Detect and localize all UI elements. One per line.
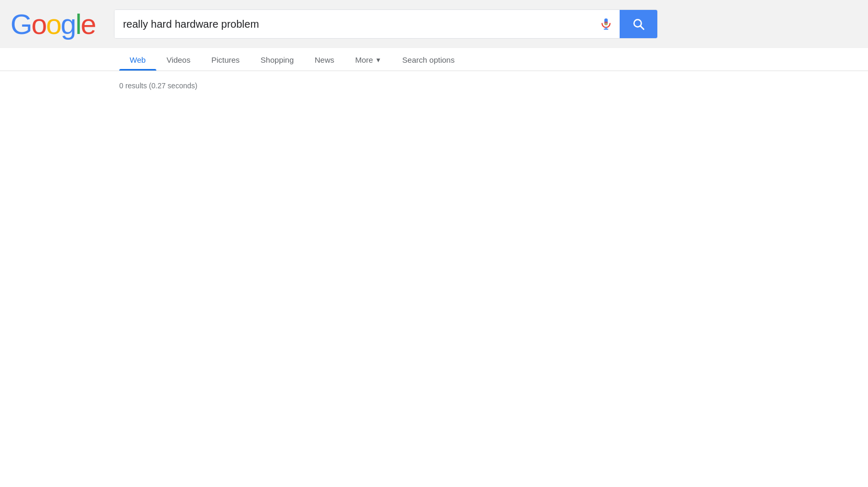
nav-bar: Web Videos Pictures Shopping News More ▼…: [0, 48, 868, 71]
logo-letter-e: e: [81, 8, 95, 40]
tab-news[interactable]: News: [304, 48, 345, 71]
search-input[interactable]: really hard hardware problem: [115, 10, 592, 38]
logo-letter-g: G: [10, 8, 31, 40]
logo-letter-l: l: [75, 8, 81, 40]
svg-line-4: [641, 26, 644, 30]
results-area: 0 results (0.27 seconds): [0, 71, 868, 90]
mic-icon: [599, 15, 613, 33]
tab-videos[interactable]: Videos: [156, 48, 201, 71]
chevron-down-icon: ▼: [375, 56, 381, 64]
mic-button[interactable]: [592, 9, 620, 39]
svg-rect-2: [604, 24, 608, 25]
tab-pictures[interactable]: Pictures: [201, 48, 250, 71]
search-icon: [632, 18, 645, 30]
tab-search-options[interactable]: Search options: [392, 48, 465, 71]
tab-shopping[interactable]: Shopping: [250, 48, 304, 71]
google-logo[interactable]: Google: [10, 8, 95, 40]
search-bar: really hard hardware problem: [114, 9, 658, 39]
tab-web[interactable]: Web: [119, 48, 156, 71]
search-button[interactable]: [620, 9, 657, 39]
header: Google really hard hardware problem: [0, 0, 868, 48]
logo-letter-o1: o: [31, 8, 46, 40]
logo-letter-g2: g: [61, 8, 75, 40]
results-count: 0 results (0.27 seconds): [119, 82, 868, 90]
tab-more[interactable]: More ▼: [345, 48, 392, 71]
logo-letter-o2: o: [46, 8, 61, 40]
svg-rect-1: [604, 22, 608, 23]
